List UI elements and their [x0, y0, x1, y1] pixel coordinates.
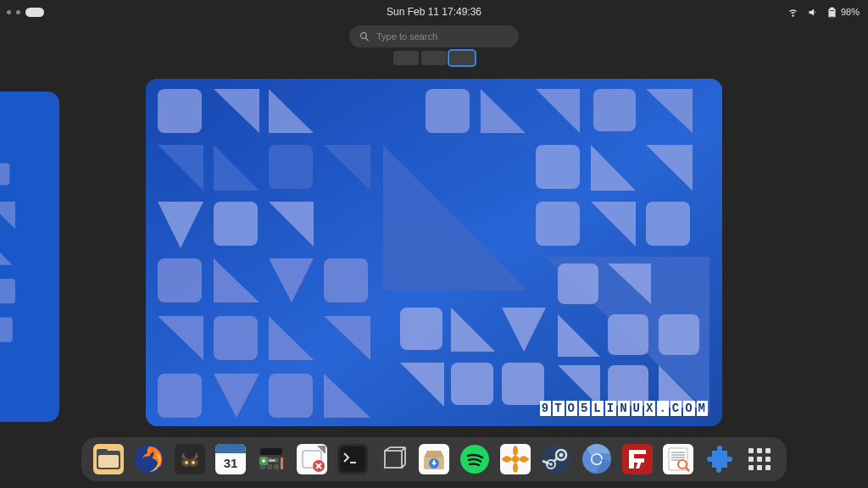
svg-rect-40: [214, 316, 258, 360]
battery-icon: [826, 7, 837, 18]
svg-rect-58: [659, 314, 699, 355]
dock-boxes[interactable]: [378, 444, 409, 474]
wifi-icon: [787, 7, 798, 18]
dock-libreoffice-draw[interactable]: [297, 444, 327, 474]
workspace-thumb-1[interactable]: [393, 51, 419, 65]
svg-point-72: [185, 461, 188, 464]
svg-point-121: [549, 463, 553, 466]
watermark: 9TO5LINUX.COM: [539, 401, 709, 416]
svg-rect-29: [536, 145, 580, 189]
workspace-switcher: [393, 51, 475, 65]
svg-rect-79: [260, 448, 282, 455]
search-input[interactable]: [376, 31, 509, 42]
svg-rect-16: [426, 89, 470, 133]
svg-rect-94: [340, 446, 365, 472]
svg-rect-35: [158, 258, 202, 302]
svg-rect-13: [158, 89, 202, 133]
battery-indicator: 98%: [826, 7, 860, 18]
system-menu[interactable]: 98%: [787, 7, 860, 18]
svg-rect-57: [608, 314, 648, 355]
svg-point-73: [192, 461, 195, 464]
svg-rect-86: [281, 458, 283, 469]
svg-rect-76: [215, 451, 246, 453]
dock-spotify[interactable]: [459, 444, 490, 474]
svg-rect-9: [0, 279, 15, 303]
svg-rect-0: [830, 10, 834, 16]
dock-terminal[interactable]: [337, 444, 368, 474]
svg-text:31: 31: [224, 456, 238, 470]
dock-xnview[interactable]: [500, 444, 531, 474]
dock-steam[interactable]: [541, 444, 571, 474]
dock-calendar[interactable]: 31: [215, 444, 246, 474]
dock-extensions[interactable]: [704, 444, 734, 474]
wallpaper-icon: [146, 79, 722, 426]
svg-rect-27: [214, 202, 258, 246]
dock-evince[interactable]: [663, 444, 693, 474]
battery-percent: 98%: [841, 7, 860, 17]
dock-firefox[interactable]: [134, 444, 164, 474]
svg-rect-65: [98, 455, 119, 468]
activities-button[interactable]: [7, 8, 44, 17]
svg-rect-60: [608, 365, 648, 406]
dock-show-apps[interactable]: [744, 444, 775, 474]
search-icon: [359, 31, 370, 42]
activities-dot-icon: [7, 10, 11, 14]
dock-filezilla[interactable]: [622, 444, 653, 474]
svg-rect-53: [502, 363, 544, 405]
dock-chromium[interactable]: [581, 444, 612, 474]
wallpaper-icon: [0, 92, 59, 422]
workspace-thumb-3[interactable]: [449, 51, 475, 65]
activities-dot-icon: [16, 10, 20, 14]
svg-rect-45: [269, 374, 313, 418]
dock: 31: [81, 437, 787, 481]
dock-files[interactable]: [93, 444, 124, 474]
clock[interactable]: Sun Feb 11 17:49:36: [387, 6, 481, 18]
dock-calculator[interactable]: [256, 444, 287, 474]
svg-rect-84: [267, 464, 272, 469]
svg-rect-51: [451, 363, 493, 405]
svg-rect-88: [269, 459, 275, 462]
svg-rect-85: [274, 464, 279, 469]
svg-rect-19: [593, 89, 636, 131]
svg-rect-3: [0, 164, 10, 186]
svg-rect-32: [536, 202, 580, 246]
search-bar[interactable]: [349, 25, 519, 47]
svg-rect-11: [0, 318, 13, 342]
svg-rect-23: [269, 145, 313, 189]
workspace-area: 9TO5LINUX.COM: [0, 75, 868, 437]
svg-point-124: [593, 455, 602, 464]
svg-point-119: [559, 453, 564, 458]
svg-rect-43: [158, 374, 202, 418]
svg-point-110: [513, 463, 518, 473]
workspace-thumb-2[interactable]: [421, 51, 447, 65]
svg-rect-64: [97, 449, 108, 454]
volume-icon: [807, 7, 818, 18]
svg-rect-38: [324, 258, 368, 302]
workspace-preview-primary[interactable]: 9TO5LINUX.COM: [146, 79, 722, 426]
dock-software[interactable]: [419, 444, 449, 474]
top-panel: Sun Feb 11 17:49:36 98%: [0, 0, 868, 24]
svg-rect-54: [558, 263, 598, 304]
svg-point-109: [513, 446, 518, 456]
svg-rect-67: [175, 444, 205, 474]
svg-point-108: [512, 456, 519, 463]
svg-rect-48: [400, 308, 442, 350]
activities-pill-icon: [25, 8, 44, 17]
svg-rect-34: [646, 202, 690, 246]
apps-grid-icon: [748, 448, 771, 470]
workspace-preview-secondary[interactable]: [0, 92, 59, 422]
dock-reaper[interactable]: [175, 444, 205, 474]
